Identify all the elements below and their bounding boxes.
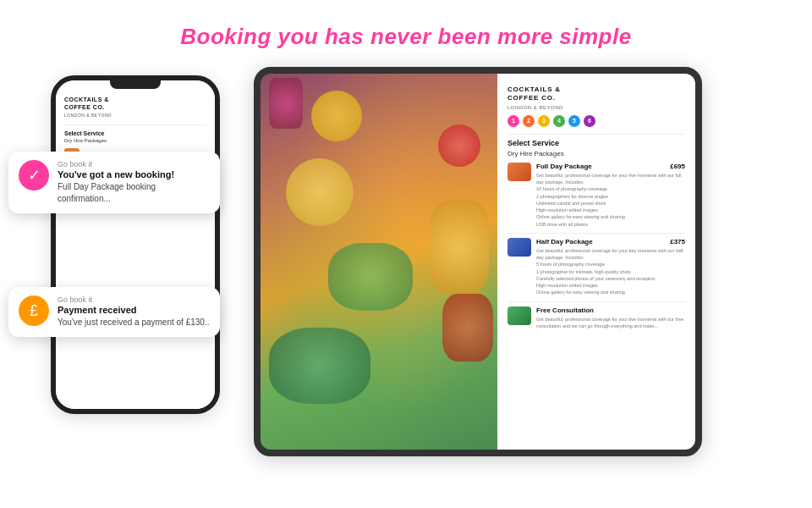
pkg-info-2: Half Day Package £375 Get beautiful, pro…	[536, 238, 685, 296]
notification-card-payment: £ Go book it Payment received You've jus…	[8, 287, 220, 337]
notif-booking-title: You've got a new booking!	[58, 169, 210, 179]
step-dot-4[interactable]: 4	[553, 115, 565, 127]
fruit-decoration-2	[286, 158, 354, 226]
panel-select-service: Select Service	[508, 139, 685, 147]
step-dots: 1 2 3 4 5 6	[508, 115, 685, 127]
phone-dry-hire: Dry Hire Packages	[64, 138, 206, 143]
step-dot-2[interactable]: 2	[523, 115, 535, 127]
pkg-header-2: Half Day Package £375	[536, 238, 685, 246]
pkg-price-1: £695	[670, 163, 685, 170]
pkg-info-3: Free Consultation Get beautiful, profess…	[536, 306, 685, 330]
pkg-desc-2: Get beautiful, professional coverage for…	[536, 247, 685, 296]
pkg-header-3: Free Consultation	[536, 306, 685, 314]
panel-divider-3	[508, 301, 685, 302]
pkg-price-2: £375	[670, 238, 685, 246]
tablet-photo	[261, 74, 497, 450]
phone-frame: COCKTAILS & COFFEE CO. LONDON & BEYOND S…	[51, 75, 220, 414]
fruit-decoration-3	[328, 243, 413, 311]
phone-divider-1	[64, 124, 206, 125]
pkg-image-1	[508, 163, 531, 181]
pkg-image-3	[508, 306, 531, 325]
fruit-decoration-4	[438, 124, 480, 167]
fruit-decoration-1	[311, 91, 362, 141]
panel-divider-2	[508, 233, 685, 234]
tablet-brand-sub: LONDON & BEYOND	[508, 105, 685, 110]
tablet-mockup: COCKTAILS & COFFEE CO. LONDON & BEYOND 1…	[254, 67, 761, 456]
pkg-name-3: Free Consultation	[536, 306, 594, 314]
pkg-info-1: Full Day Package £695 Get beautiful, pro…	[536, 163, 685, 228]
panel-dry-hire: Dry Hire Packages	[508, 150, 685, 157]
phone-mockup: COCKTAILS & COFFEE CO. LONDON & BEYOND S…	[51, 75, 220, 414]
tablet-package-row-2[interactable]: Half Day Package £375 Get beautiful, pro…	[508, 238, 685, 296]
notif-booking-content: Go book it You've got a new booking! Ful…	[58, 160, 210, 205]
panel-divider-1	[508, 134, 685, 135]
step-dot-1[interactable]: 1	[508, 115, 519, 127]
notification-card-booking: ✓ Go book it You've got a new booking! F…	[8, 152, 220, 213]
content-area: COCKTAILS & COFFEE CO. LONDON & BEYOND S…	[0, 50, 812, 456]
pkg-name-2: Half Day Package	[536, 238, 593, 246]
pkg-image-2	[508, 238, 531, 257]
step-dot-5[interactable]: 5	[568, 115, 580, 127]
notif-payment-body: You've just received a payment of £130..	[58, 317, 210, 329]
notif-pound-icon: £	[19, 295, 49, 326]
tablet-brand-name: COCKTAILS & COFFEE CO.	[508, 86, 685, 103]
step-dot-6[interactable]: 6	[584, 115, 595, 127]
fruit-decoration-7	[442, 294, 493, 362]
pkg-desc-3: Get beautiful, professional coverage for…	[536, 316, 685, 330]
flower-decoration	[269, 78, 303, 129]
pkg-desc-1: Get beautiful, professional coverage for…	[536, 172, 685, 228]
tablet-inner: COCKTAILS & COFFEE CO. LONDON & BEYOND 1…	[261, 74, 695, 450]
tablet-package-row-1[interactable]: Full Day Package £695 Get beautiful, pro…	[508, 163, 685, 228]
notif-app-name-1: Go book it	[58, 160, 210, 168]
phone-brand-sub: LONDON & BEYOND	[64, 113, 206, 118]
step-dot-3[interactable]: 3	[538, 115, 550, 127]
notif-booking-body: Full Day Package booking confirmation...	[58, 181, 210, 205]
phone-notch	[110, 80, 161, 89]
notif-payment-title: Payment received	[58, 305, 210, 315]
fruit-decoration-6	[430, 201, 489, 294]
tablet-package-row-3[interactable]: Free Consultation Get beautiful, profess…	[508, 306, 685, 330]
notif-payment-content: Go book it Payment received You've just …	[58, 295, 210, 329]
pkg-name-1: Full Day Package	[536, 163, 592, 170]
notif-app-name-2: Go book it	[58, 295, 210, 304]
fruit-decoration-5	[269, 328, 370, 404]
notif-check-icon: ✓	[19, 160, 49, 190]
pkg-header-1: Full Day Package £695	[536, 163, 685, 170]
page-heading: Booking you has never been more simple	[0, 0, 812, 50]
tablet-frame: COCKTAILS & COFFEE CO. LONDON & BEYOND 1…	[254, 67, 702, 456]
phone-brand-name: COCKTAILS & COFFEE CO.	[64, 96, 206, 111]
phone-select-service: Select Service	[64, 130, 206, 136]
phone-screen: COCKTAILS & COFFEE CO. LONDON & BEYOND S…	[56, 80, 215, 409]
tablet-panel: COCKTAILS & COFFEE CO. LONDON & BEYOND 1…	[497, 74, 695, 450]
